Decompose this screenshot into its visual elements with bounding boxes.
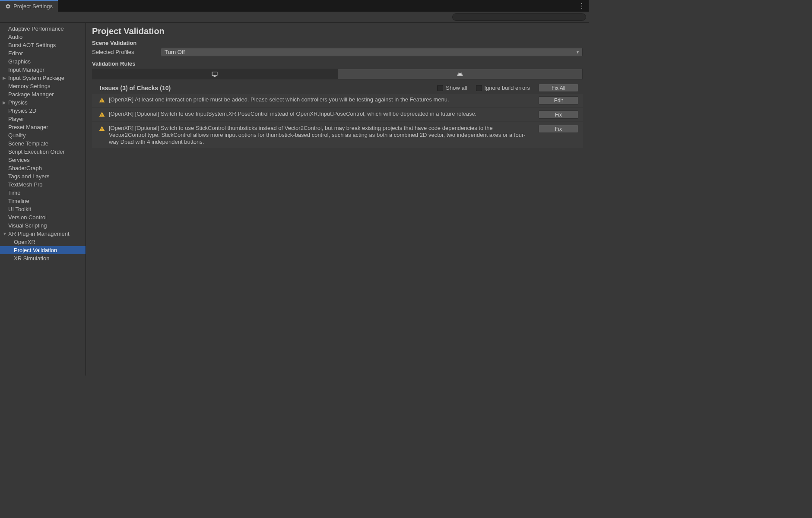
validation-issue: [OpenXR] [Optional] Switch to use InputS…: [92, 108, 583, 121]
settings-category-sidebar: Adaptive PerformanceAudioBurst AOT Setti…: [0, 23, 86, 376]
sidebar-item-label: OpenXR: [14, 238, 35, 246]
fix-button[interactable]: Fix: [539, 111, 578, 119]
sidebar-item-label: Scene Template: [8, 140, 48, 147]
warning-icon: [99, 125, 105, 145]
sidebar-item-player[interactable]: Player: [0, 115, 86, 123]
sidebar-item-time[interactable]: Time: [0, 189, 86, 197]
show-all-checkbox[interactable]: Show all: [437, 85, 467, 91]
tab-project-settings[interactable]: Project Settings: [0, 0, 58, 12]
sidebar-item-timeline[interactable]: Timeline: [0, 197, 86, 205]
sidebar-item-openxr[interactable]: OpenXR: [0, 238, 86, 246]
gear-icon: [5, 3, 11, 9]
settings-detail-pane: Project Validation Scene Validation Sele…: [86, 23, 589, 376]
sidebar-item-label: Package Manager: [8, 91, 54, 98]
show-all-label: Show all: [446, 85, 467, 91]
dropdown-value: Turn Off: [165, 49, 185, 55]
sidebar-item-label: Player: [8, 115, 24, 123]
sidebar-item-label: Timeline: [8, 197, 29, 205]
chevron-down-icon: ▼: [576, 50, 580, 54]
sidebar-item-label: Adaptive Performance: [8, 25, 64, 32]
sidebar-item-xr-plug-in-management[interactable]: ▼XR Plug-in Management: [0, 230, 86, 238]
sidebar-item-label: Services: [8, 156, 30, 164]
sidebar-item-visual-scripting[interactable]: Visual Scripting: [0, 221, 86, 230]
issues-header: Issues (3) of Checks (10) Show all Ignor…: [92, 82, 583, 94]
foldout-expanded-icon: ▼: [3, 230, 7, 237]
sidebar-item-tags-and-layers[interactable]: Tags and Layers: [0, 172, 86, 180]
issues-title: Issues (3) of Checks (10): [100, 85, 428, 92]
sidebar-item-quality[interactable]: Quality: [0, 131, 86, 139]
sidebar-item-label: Visual Scripting: [8, 222, 47, 229]
edit-button[interactable]: Edit: [539, 96, 578, 104]
sidebar-item-scene-template[interactable]: Scene Template: [0, 139, 86, 148]
checkbox-icon: [476, 85, 482, 91]
sidebar-item-label: Audio: [8, 33, 22, 41]
sidebar-item-label: Script Execution Order: [8, 148, 65, 155]
sidebar-item-preset-manager[interactable]: Preset Manager: [0, 123, 86, 131]
page-title: Project Validation: [92, 26, 583, 36]
sidebar-item-version-control[interactable]: Version Control: [0, 213, 86, 221]
sidebar-item-editor[interactable]: Editor: [0, 49, 86, 57]
selected-profiles-label: Selected Profiles: [92, 49, 161, 55]
sidebar-item-label: Input Manager: [8, 66, 44, 73]
validation-issue: [OpenXR] [Optional] Switch to use StickC…: [92, 122, 583, 148]
sidebar-item-label: UI Toolkit: [8, 205, 31, 213]
sidebar-item-burst-aot-settings[interactable]: Burst AOT Settings: [0, 41, 86, 49]
monitor-icon: [211, 71, 218, 77]
platform-tab-standalone[interactable]: [92, 69, 338, 79]
sidebar-item-package-manager[interactable]: Package Manager: [0, 90, 86, 98]
sidebar-item-textmesh-pro[interactable]: TextMesh Pro: [0, 180, 86, 189]
warning-icon: [99, 111, 105, 119]
sidebar-item-shadergraph[interactable]: ShaderGraph: [0, 164, 86, 172]
sidebar-item-label: Version Control: [8, 214, 47, 221]
sidebar-item-label: Project Validation: [14, 246, 57, 254]
sidebar-item-label: Burst AOT Settings: [8, 41, 56, 49]
sidebar-item-memory-settings[interactable]: Memory Settings: [0, 82, 86, 90]
sidebar-item-audio[interactable]: Audio: [0, 33, 86, 41]
issue-text: [OpenXR] At least one interaction profil…: [109, 96, 535, 104]
scene-validation-heading: Scene Validation: [92, 40, 583, 46]
platform-tabs: [92, 69, 583, 79]
sidebar-item-label: Memory Settings: [8, 82, 51, 90]
platform-tab-android[interactable]: [338, 69, 583, 79]
sidebar-item-services[interactable]: Services: [0, 156, 86, 164]
issue-text: [OpenXR] [Optional] Switch to use InputS…: [109, 111, 535, 119]
sidebar-item-input-system-package[interactable]: ▶Input System Package: [0, 74, 86, 82]
sidebar-item-label: Tags and Layers: [8, 173, 49, 180]
sidebar-item-label: Physics 2D: [8, 107, 36, 114]
validation-rules-heading: Validation Rules: [92, 60, 583, 67]
search-input[interactable]: [452, 13, 586, 21]
sidebar-item-input-manager[interactable]: Input Manager: [0, 66, 86, 74]
validation-issue: [OpenXR] At least one interaction profil…: [92, 94, 583, 107]
sidebar-item-adaptive-performance[interactable]: Adaptive Performance: [0, 25, 86, 33]
checkbox-icon: [437, 85, 443, 91]
issue-text: [OpenXR] [Optional] Switch to use StickC…: [109, 125, 535, 145]
sidebar-item-xr-simulation[interactable]: XR Simulation: [0, 254, 86, 262]
sidebar-item-label: Quality: [8, 132, 25, 139]
foldout-collapsed-icon: ▶: [3, 99, 6, 106]
ignore-build-errors-checkbox[interactable]: Ignore build errors: [476, 85, 530, 91]
sidebar-item-graphics[interactable]: Graphics: [0, 57, 86, 66]
sidebar-item-label: Graphics: [8, 58, 31, 65]
sidebar-item-label: ShaderGraph: [8, 164, 42, 172]
tab-context-menu[interactable]: ⋮: [575, 2, 589, 10]
fix-all-button[interactable]: Fix All: [539, 84, 578, 92]
fix-button[interactable]: Fix: [539, 125, 578, 133]
tab-title: Project Settings: [13, 3, 53, 9]
sidebar-item-label: Editor: [8, 50, 23, 57]
sidebar-item-ui-toolkit[interactable]: UI Toolkit: [0, 205, 86, 213]
sidebar-item-label: XR Plug-in Management: [8, 230, 70, 237]
window-tab-bar: Project Settings ⋮: [0, 0, 589, 12]
sidebar-item-script-execution-order[interactable]: Script Execution Order: [0, 148, 86, 156]
selected-profiles-dropdown[interactable]: Turn Off ▼: [161, 48, 583, 56]
sidebar-item-label: TextMesh Pro: [8, 181, 42, 188]
sidebar-item-label: XR Simulation: [14, 255, 49, 262]
foldout-collapsed-icon: ▶: [3, 74, 6, 82]
sidebar-item-physics[interactable]: ▶Physics: [0, 98, 86, 107]
sidebar-item-label: Physics: [8, 99, 28, 106]
sidebar-item-physics-2d[interactable]: Physics 2D: [0, 107, 86, 115]
ignore-build-errors-label: Ignore build errors: [485, 85, 530, 91]
sidebar-item-project-validation[interactable]: Project Validation: [0, 246, 86, 254]
warning-icon: [99, 96, 105, 104]
sidebar-item-label: Time: [8, 189, 20, 196]
android-icon: [457, 71, 463, 77]
